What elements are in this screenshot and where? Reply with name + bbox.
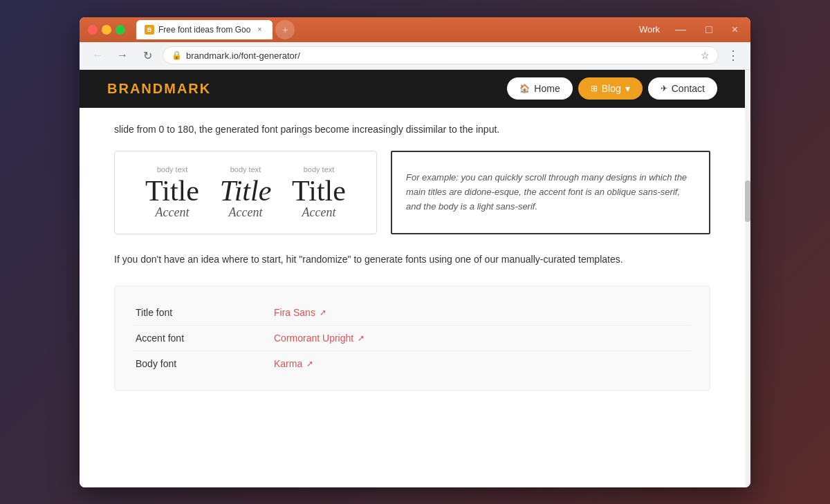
body-font-name: Karma [274,358,302,369]
home-label: Home [534,83,560,94]
tab-close-button[interactable]: × [255,25,264,35]
browser-tab[interactable]: B Free font ideas from Goo × [136,20,273,39]
body-label-1: body text [157,165,188,174]
new-tab-button[interactable]: + [275,20,295,39]
tab-favicon-icon: B [145,25,154,35]
contact-nav-button[interactable]: ✈ Contact [648,77,717,100]
contact-label: Contact [672,83,705,94]
maximize-window-button[interactable] [116,25,125,35]
window-controls [88,25,125,35]
font-preview-1: body text Title Accent [136,165,209,220]
preview-title-1: Title [145,176,199,205]
address-bar: ← → ↻ 🔒 brandmark.io/font-generator/ ☆ ⋮ [80,42,750,70]
accent-font-value[interactable]: Cormorant Upright ➚ [274,333,365,344]
preview-accent-3: Accent [302,205,336,220]
url-text: brandmark.io/font-generator/ [186,50,697,61]
send-icon: ✈ [661,84,667,93]
title-font-value[interactable]: Fira Sans ➚ [274,307,326,318]
url-bar[interactable]: 🔒 brandmark.io/font-generator/ ☆ [163,46,719,64]
bookmark-icon[interactable]: ☆ [701,50,710,61]
font-selector: Title font Fira Sans ➚ Accent font Cormo… [114,286,710,391]
brandmark-logo[interactable]: BRANDMARK [107,81,211,97]
back-button[interactable]: ← [88,46,107,65]
blog-nav-button[interactable]: ⊞ Blog ▾ [578,77,643,100]
browser-menu-button[interactable]: ⋮ [724,45,742,66]
page-content: BRANDMARK 🏠 Home ⊞ Blog ▾ ✈ Contact [80,70,745,487]
scrollbar-thumb[interactable] [745,180,750,222]
restore-button[interactable]: □ [701,22,717,37]
home-icon: 🏠 [519,84,530,93]
title-bar: B Free font ideas from Goo × + Work — □ … [80,17,750,42]
main-content: slide from 0 to 180, the generated font … [80,108,745,404]
body-label-2: body text [230,165,261,174]
font-previews: body text Title Accent body text Title A… [114,151,377,234]
minimize-window-button[interactable] [102,25,111,35]
title-font-label: Title font [136,307,274,318]
font-preview-2: body text Title Accent [209,165,282,220]
grid-icon: ⊞ [591,84,598,93]
site-nav: BRANDMARK 🏠 Home ⊞ Blog ▾ ✈ Contact [80,70,745,108]
title-bar-right: Work — □ × [639,22,742,37]
close-window-button[interactable] [88,25,98,35]
accent-font-label: Accent font [136,333,274,344]
close-button[interactable]: × [728,22,742,37]
font-preview-3: body text Title Accent [282,165,356,220]
preview-accent-2: Accent [229,205,263,220]
preview-accent-1: Accent [156,205,190,220]
tab-area: B Free font ideas from Goo × + [136,20,634,39]
font-preview-container: body text Title Accent body text Title A… [114,151,710,234]
dropdown-icon: ▾ [625,83,630,94]
browser-content: BRANDMARK 🏠 Home ⊞ Blog ▾ ✈ Contact [80,70,750,487]
tab-title: Free font ideas from Goo [158,25,250,35]
nav-links: 🏠 Home ⊞ Blog ▾ ✈ Contact [507,77,717,100]
accent-font-name: Cormorant Upright [274,333,353,344]
body-font-link-icon: ➚ [306,359,313,368]
preview-title-2: Title [220,176,272,205]
intro-text: slide from 0 to 180, the generated font … [114,122,710,137]
minimize-button[interactable]: — [671,22,690,37]
body-font-label: Body font [136,358,274,369]
title-font-row: Title font Fira Sans ➚ [136,300,689,326]
work-label: Work [639,24,660,35]
body-font-value[interactable]: Karma ➚ [274,358,313,369]
forward-button[interactable]: → [113,46,132,65]
scrollbar[interactable] [745,70,750,487]
blog-label: Blog [602,83,621,94]
example-text: For example: you can quickly scroll thro… [406,171,695,214]
home-nav-button[interactable]: 🏠 Home [507,77,572,100]
refresh-button[interactable]: ↻ [138,46,157,65]
accent-font-row: Accent font Cormorant Upright ➚ [136,326,689,351]
body-font-row: Body font Karma ➚ [136,351,689,376]
lock-icon: 🔒 [172,50,182,60]
body-label-3: body text [304,165,335,174]
browser-window: B Free font ideas from Goo × + Work — □ … [80,17,750,487]
title-font-name: Fira Sans [274,307,315,318]
accent-font-link-icon: ➚ [358,333,365,343]
example-box: For example: you can quickly scroll thro… [391,151,710,234]
body-paragraph: If you don't have an idea where to start… [114,252,710,268]
preview-title-3: Title [292,176,346,205]
title-font-link-icon: ➚ [320,308,326,317]
